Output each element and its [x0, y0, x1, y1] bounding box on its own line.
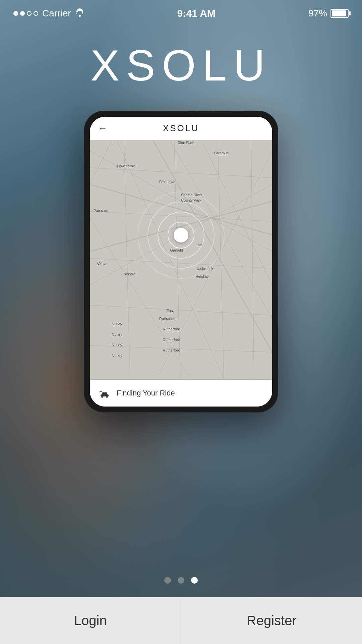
- app-title: XSOLU: [0, 40, 362, 91]
- signal-dot-2: [20, 11, 25, 16]
- svg-point-23: [101, 396, 103, 398]
- map-label-rutherford2: Rutherford: [163, 338, 180, 342]
- indicator-1[interactable]: [164, 577, 171, 584]
- map-label-fairlawn: Fair Lawn: [159, 180, 175, 184]
- map-label-nutley4: Nutley: [112, 354, 122, 358]
- indicator-3[interactable]: [191, 577, 198, 584]
- pulse-center-dot: [174, 228, 188, 243]
- map-label-passaic: Passaic: [123, 272, 136, 276]
- status-right: 97%: [308, 8, 349, 19]
- map-label-nutley2: Nutley: [112, 332, 122, 336]
- phone-screen: ← XSOLU: [90, 117, 272, 407]
- register-button[interactable]: Register: [181, 597, 362, 644]
- pulse-animation: [137, 192, 225, 279]
- status-bar: Carrier 9:41 AM 97%: [0, 0, 362, 27]
- signal-dot-3: [27, 11, 32, 16]
- map-label-hawthorne: Hawthorne: [117, 164, 135, 168]
- svg-rect-22: [102, 392, 107, 395]
- battery-percent: 97%: [308, 8, 327, 19]
- map-label-east-rutherford2: Rutherford: [159, 317, 177, 321]
- bottom-action-bar: Login Register: [0, 597, 362, 644]
- phone-frame: ← XSOLU: [84, 111, 278, 413]
- phone-mockup: ← XSOLU: [84, 111, 278, 413]
- finding-ride-text: Finding Your Ride: [117, 389, 175, 397]
- status-time: 9:41 AM: [177, 8, 216, 19]
- ride-icon: [98, 386, 111, 400]
- map-header: ← XSOLU: [90, 117, 272, 140]
- map-label-nutley3: Nutley: [112, 343, 122, 347]
- map-label-paterson: Paterson: [94, 209, 108, 213]
- map-label-rutherford1: Rutherford: [163, 327, 180, 331]
- map-label-clifton: Clifton: [97, 261, 108, 265]
- map-label-paramus: Paramus: [214, 151, 229, 155]
- signal-dot-4: [34, 11, 38, 16]
- status-left: Carrier: [13, 8, 84, 19]
- back-button[interactable]: ←: [98, 123, 107, 134]
- map-label-nutley1: Nutley: [112, 322, 122, 326]
- map-area: ← XSOLU: [90, 117, 272, 380]
- app-title-container: XSOLU: [0, 40, 362, 91]
- carrier-label: Carrier: [42, 8, 71, 19]
- indicator-2[interactable]: [178, 577, 184, 584]
- screen-title: XSOLU: [163, 123, 199, 133]
- login-button[interactable]: Login: [0, 597, 181, 644]
- map-label-glen-rock: Glen Rock: [177, 141, 194, 145]
- wifi-icon: [75, 10, 84, 17]
- page-indicators: [0, 577, 362, 584]
- signal-dot-1: [13, 11, 18, 16]
- signal-dots: [13, 11, 38, 16]
- battery-icon: [330, 9, 349, 18]
- map-label-rutherford3: Rutherford: [163, 348, 180, 352]
- svg-point-24: [106, 396, 108, 398]
- finding-ride-panel: Finding Your Ride: [90, 380, 272, 407]
- battery-fill: [332, 10, 346, 16]
- map-label-east-rutherford: East: [166, 309, 174, 313]
